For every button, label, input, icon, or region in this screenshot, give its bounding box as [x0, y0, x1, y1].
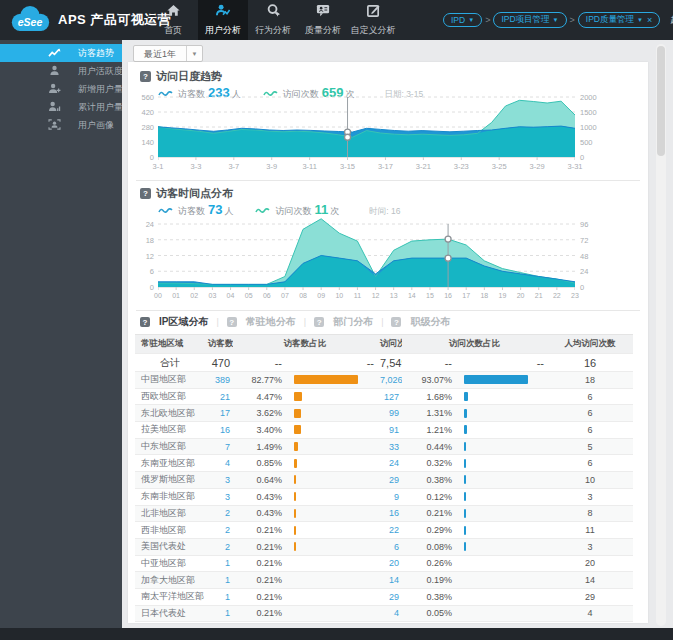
- visitors-count-link[interactable]: 1: [205, 558, 233, 568]
- column-header: 人均访问次数: [547, 338, 633, 350]
- visits-count-link[interactable]: 16: [377, 508, 402, 518]
- main-area: 最近1年 ▼ ? 访问日度趋势 访客数233人访问次数659次日期: 3-15 …: [122, 40, 673, 628]
- tab-职级分布[interactable]: ?职级分布: [391, 315, 450, 329]
- help-icon[interactable]: ?: [314, 317, 324, 327]
- region-cell: 中国地区部: [135, 373, 205, 386]
- x-axis-label: 3-3: [190, 162, 201, 171]
- avg-visits-cell: 6: [547, 392, 633, 402]
- help-icon[interactable]: ?: [140, 188, 151, 199]
- visitors-count-link[interactable]: 21: [205, 392, 233, 402]
- sidebar-item-累计用户量[interactable]: 累计用户量: [0, 98, 122, 116]
- visitors-count-link[interactable]: 3: [205, 492, 233, 502]
- sidebar-item-访客趋势[interactable]: 访客趋势: [0, 44, 122, 62]
- visits-count-link[interactable]: 29: [377, 475, 402, 485]
- nav-item-首页[interactable]: 首页: [148, 0, 198, 40]
- visits-count-link[interactable]: 22: [377, 525, 402, 535]
- help-icon[interactable]: ?: [391, 317, 401, 327]
- visitors-count-link[interactable]: 4: [205, 458, 233, 468]
- table-row: 中亚地区部10.21%200.26%20: [135, 556, 633, 573]
- breadcrumb-pill[interactable]: IPD质量管理▼×: [578, 12, 660, 28]
- visitors-count-link[interactable]: 7: [205, 442, 233, 452]
- tab-常驻地分布[interactable]: ?常驻地分布: [227, 315, 296, 329]
- column-header: 访问次数: [377, 338, 402, 350]
- y-axis-label-left: 6: [130, 267, 154, 276]
- x-axis-label: 17: [462, 292, 470, 299]
- visits-count-link[interactable]: 9: [377, 492, 402, 502]
- sidebar-item-新增用户量[interactable]: 新增用户量: [0, 80, 122, 98]
- tab-IP区域分布[interactable]: ?IP区域分布: [140, 315, 208, 329]
- region-cell: 西欧地区部: [135, 390, 205, 403]
- visits-count-link[interactable]: 127: [377, 392, 402, 402]
- region-cell: 俄罗斯地区部: [135, 473, 205, 486]
- y-axis-label-right: 48: [580, 252, 604, 261]
- breadcrumb-pill[interactable]: IPD项目管理▼: [493, 12, 566, 28]
- total-cell: --: [402, 357, 455, 369]
- visits-pct-cell: 1.68%: [402, 392, 455, 402]
- visitors-count-link[interactable]: 3: [205, 475, 233, 485]
- avg-visits-cell: 5: [547, 442, 633, 452]
- help-icon[interactable]: ?: [140, 71, 151, 82]
- nav-item-label: 用户分析: [205, 24, 241, 37]
- scrollbar-thumb[interactable]: [657, 46, 665, 156]
- sidebar-item-用户画像[interactable]: 用户画像: [0, 116, 122, 134]
- close-icon[interactable]: ×: [647, 16, 652, 25]
- tab-separator: |: [304, 317, 306, 327]
- x-axis-label: 09: [317, 292, 325, 299]
- x-axis-label: 02: [190, 292, 198, 299]
- visitors-pct-bar: [294, 375, 358, 384]
- date-range-select[interactable]: 最近1年 ▼: [133, 45, 203, 62]
- visits-count-link[interactable]: 6: [377, 542, 402, 552]
- visits-pct-bar: [464, 542, 466, 551]
- table-row: 西非地区部20.21%220.29%11: [135, 522, 633, 539]
- visits-pct-cell: 0.08%: [402, 542, 455, 552]
- chevron-down-icon[interactable]: ▼: [553, 17, 559, 23]
- nav-item-行为分析[interactable]: 行为分析: [248, 0, 298, 40]
- nav-item-用户分析[interactable]: 用户分析: [198, 0, 248, 40]
- x-axis-label: 06: [263, 292, 271, 299]
- visitors-count-link[interactable]: 1: [205, 608, 233, 618]
- visits-count-link[interactable]: 7,026: [377, 375, 402, 385]
- visits-count-link[interactable]: 4: [377, 608, 402, 618]
- visits-bar-cell: [455, 542, 547, 551]
- visitors-count-link[interactable]: 16: [205, 425, 233, 435]
- help-icon[interactable]: ?: [140, 317, 150, 327]
- visits-count-link[interactable]: 99: [377, 408, 402, 418]
- visitors-bar-cell: [285, 526, 377, 535]
- nav-item-质量分析[interactable]: 质量分析: [298, 0, 348, 40]
- visitors-count-link[interactable]: 389: [205, 375, 233, 385]
- visitors-pct-cell: 0.64%: [233, 475, 285, 485]
- esee-logo-icon: eSee: [8, 4, 52, 37]
- visits-pct-cell: 0.44%: [402, 442, 455, 452]
- help-icon[interactable]: ?: [227, 317, 237, 327]
- avg-visits-cell: 20: [547, 558, 633, 568]
- visits-count-link[interactable]: 14: [377, 575, 402, 585]
- visitors-count-link[interactable]: 1: [205, 592, 233, 602]
- x-axis-label: 08: [299, 292, 307, 299]
- x-axis-label: 3-29: [530, 162, 545, 171]
- visitors-count-link[interactable]: 2: [205, 525, 233, 535]
- visits-count-link[interactable]: 33: [377, 442, 402, 452]
- avg-visits-cell: 3: [547, 492, 633, 502]
- chevron-down-icon[interactable]: ▼: [637, 17, 643, 23]
- visits-bar-cell: [455, 442, 547, 451]
- chevron-down-icon[interactable]: ▼: [186, 46, 202, 61]
- visits-pct-bar: [464, 475, 466, 484]
- visitors-count-link[interactable]: 2: [205, 542, 233, 552]
- visits-pct-cell: 0.38%: [402, 592, 455, 602]
- visits-count-link[interactable]: 91: [377, 425, 402, 435]
- total-cell: --: [285, 357, 377, 369]
- visits-count-link[interactable]: 29: [377, 592, 402, 602]
- chevron-down-icon[interactable]: ▼: [468, 17, 474, 23]
- visits-bar-cell: [455, 425, 547, 434]
- visitors-count-link[interactable]: 17: [205, 408, 233, 418]
- x-axis-label: 19: [499, 292, 507, 299]
- visits-count-link[interactable]: 24: [377, 458, 402, 468]
- region-cell: 南太平洋地区部: [135, 590, 205, 603]
- breadcrumb-pill[interactable]: IPD▼: [443, 13, 482, 27]
- visits-count-link[interactable]: 20: [377, 558, 402, 568]
- visitors-count-link[interactable]: 1: [205, 575, 233, 585]
- tab-部门分布[interactable]: ?部门分布: [314, 315, 373, 329]
- sidebar-item-用户活跃度[interactable]: 用户活跃度: [0, 62, 122, 80]
- nav-item-自定义分析[interactable]: 自定义分析: [348, 0, 398, 40]
- visitors-count-link[interactable]: 2: [205, 508, 233, 518]
